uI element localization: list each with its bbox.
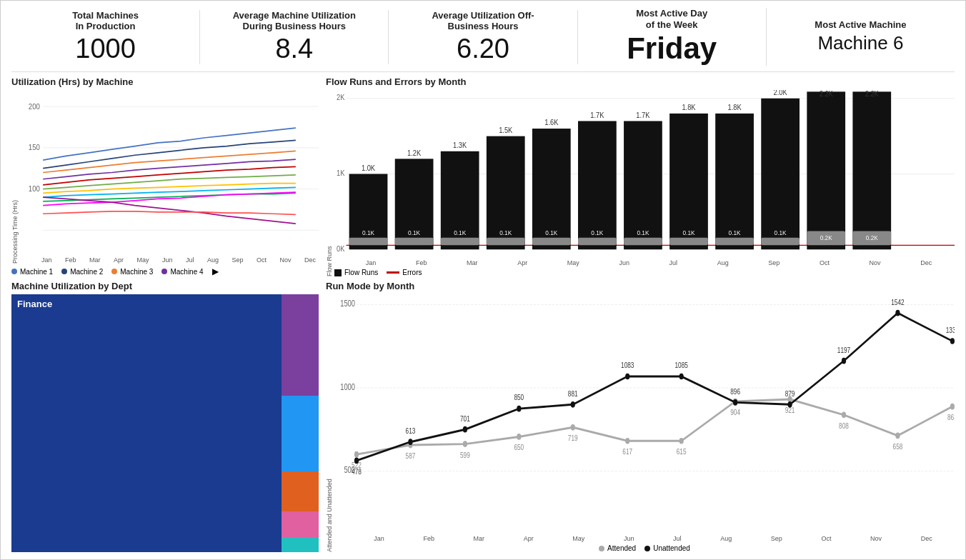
svg-text:200: 200 (29, 102, 40, 110)
svg-text:1197: 1197 (837, 345, 851, 354)
svg-text:863: 863 (947, 413, 955, 422)
svg-point-74 (733, 399, 737, 406)
bar-oct-flow (761, 99, 800, 250)
svg-text:1.6K: 1.6K (544, 119, 558, 127)
kpi-most-active-day: Most Active Dayof the Week Friday (578, 8, 767, 66)
legend-flow-runs: Flow Runs (334, 269, 378, 276)
utilization-x-axis: Jan Feb Mar Apr May Jun Jul Aug Sep Oct … (20, 255, 319, 264)
kpi-most-active-machine-title: Most Active Machine (815, 19, 906, 31)
svg-point-75 (787, 401, 792, 408)
svg-text:150: 150 (29, 144, 40, 151)
flowruns-y-axis-label: Flow Runs (326, 90, 333, 276)
svg-text:0K: 0K (337, 244, 345, 253)
svg-text:1000: 1000 (340, 382, 355, 392)
legend-line-errors (387, 271, 399, 274)
treemap-finance-label: Finance (17, 299, 52, 309)
svg-point-54 (950, 404, 955, 410)
flowruns-legend: Flow Runs Errors (334, 269, 955, 276)
svg-text:1.7K: 1.7K (590, 111, 604, 119)
kpi-total-machines-title: Total MachinesIn Production (72, 10, 139, 32)
svg-point-70 (517, 406, 521, 412)
legend-label-machine4: Machine 4 (170, 268, 203, 276)
kpi-avg-util-offbiz-value: 6.20 (457, 34, 509, 64)
bar-apr-error (487, 238, 525, 246)
svg-text:1085: 1085 (674, 361, 688, 370)
flowruns-chart-title: Flow Runs and Errors by Month (326, 76, 955, 87)
svg-text:1083: 1083 (621, 361, 634, 370)
svg-text:719: 719 (568, 434, 578, 443)
kpi-total-machines-value: 1000 (75, 34, 136, 64)
svg-text:0.1K: 0.1K (545, 229, 557, 237)
svg-text:850: 850 (514, 393, 524, 402)
kpi-row: Total MachinesIn Production 1000 Average… (11, 8, 955, 72)
treemap-blue-block (282, 396, 319, 471)
flowruns-chart-area: 2K 1K 0K 1.0K (334, 90, 955, 258)
runmode-svg: 1500 1000 500 (334, 294, 955, 534)
legend-more-button[interactable]: ▶ (212, 266, 219, 276)
legend-dot-attended (599, 546, 604, 551)
treemap-teal-block (282, 537, 319, 552)
middle-charts-row: Utilization (Hrs) by Machine Processing … (11, 76, 955, 276)
svg-text:617: 617 (622, 447, 632, 456)
svg-text:0.1K: 0.1K (775, 229, 787, 237)
svg-text:0.1K: 0.1K (637, 229, 649, 237)
svg-text:1.8K: 1.8K (728, 104, 742, 112)
utilization-chart-panel: Utilization (Hrs) by Machine Processing … (11, 76, 319, 276)
runmode-chart-title: Run Mode by Month (326, 281, 955, 291)
runmode-chart-panel: Run Mode by Month Attended and Unattende… (326, 281, 955, 552)
svg-text:1337: 1337 (946, 326, 955, 335)
flowruns-chart-panel: Flow Runs and Errors by Month Flow Runs … (326, 76, 955, 276)
utilization-svg: 200 150 100 (20, 90, 319, 255)
svg-point-77 (895, 310, 900, 316)
runmode-y-axis-label: Attended and Unattended (326, 294, 333, 552)
bar-dec-flow (852, 92, 891, 250)
svg-point-72 (625, 374, 629, 380)
treemap-purple-block (282, 294, 319, 396)
svg-text:0.1K: 0.1K (591, 229, 603, 237)
legend-machine1: Machine 1 (11, 268, 53, 276)
svg-point-68 (408, 439, 412, 446)
bar-mar-error (441, 238, 479, 246)
svg-point-73 (679, 374, 684, 380)
svg-text:1.0K: 1.0K (362, 164, 375, 172)
treemap-right-blocks (282, 294, 319, 552)
legend-unattended: Unattended (644, 544, 690, 552)
unattended-line (357, 313, 952, 461)
kpi-most-active-day-value: Friday (627, 31, 717, 66)
svg-text:0.1K: 0.1K (729, 229, 741, 237)
treemap-finance-block: Finance (11, 294, 282, 552)
utilization-chart-title: Utilization (Hrs) by Machine (11, 76, 319, 87)
svg-text:879: 879 (785, 389, 795, 398)
kpi-most-active-machine: Most Active Machine Machine 6 (767, 19, 955, 54)
svg-text:658: 658 (893, 442, 903, 451)
svg-text:2K: 2K (337, 94, 345, 102)
svg-text:615: 615 (677, 447, 687, 456)
svg-text:0.1K: 0.1K (454, 229, 466, 237)
svg-text:1.5K: 1.5K (499, 126, 512, 135)
svg-point-43 (354, 451, 359, 458)
svg-text:100: 100 (29, 185, 40, 193)
utilization-legend: Machine 1 Machine 2 Machine 3 Machine 4 … (11, 266, 319, 276)
legend-label-flow-runs: Flow Runs (344, 269, 378, 276)
legend-dot-machine4 (161, 269, 167, 274)
svg-text:2.0K: 2.0K (774, 90, 787, 96)
legend-label-errors: Errors (402, 269, 422, 276)
svg-text:1.7K: 1.7K (636, 111, 649, 119)
svg-point-71 (571, 401, 575, 408)
svg-text:2.2K: 2.2K (865, 90, 879, 99)
kpi-avg-utilization-offbiz: Average Utilization Off-Business Hours 6… (389, 10, 577, 64)
treemap-pink-block (282, 511, 319, 536)
svg-text:478: 478 (352, 467, 362, 476)
kpi-avg-util-offbiz-title: Average Utilization Off-Business Hours (432, 10, 534, 32)
kpi-avg-util-biz-title: Average Machine UtilizationDuring Busine… (233, 10, 356, 32)
svg-text:1K: 1K (337, 169, 345, 177)
legend-sq-flow-runs (334, 269, 342, 276)
legend-label-unattended: Unattended (653, 544, 690, 552)
svg-point-46 (517, 434, 521, 440)
svg-text:0.1K: 0.1K (408, 229, 420, 237)
svg-point-78 (950, 338, 955, 344)
svg-text:1.2K: 1.2K (407, 149, 421, 157)
dashboard: Total MachinesIn Production 1000 Average… (0, 0, 966, 560)
kpi-avg-util-biz-value: 8.4 (275, 34, 313, 64)
svg-text:2.2K: 2.2K (820, 90, 833, 99)
